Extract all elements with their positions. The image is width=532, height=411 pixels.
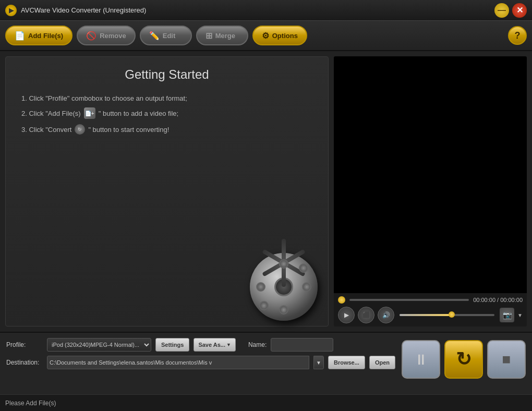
stop-ctrl-button[interactable]: ⬛ bbox=[358, 307, 374, 323]
minimize-button[interactable]: — bbox=[494, 3, 509, 18]
browse-button[interactable]: Browse... bbox=[328, 356, 365, 369]
add-files-button[interactable]: 📄 Add File(s) bbox=[5, 26, 72, 45]
destination-dropdown[interactable]: ▼ bbox=[313, 356, 324, 369]
step-2-prefix: 2. Click "Add File(s) bbox=[21, 110, 81, 117]
volume-fill bbox=[400, 314, 452, 316]
saveas-button[interactable]: Save As... ▼ bbox=[194, 338, 236, 352]
title-bar: ▶ AVCWare Video Converter (Unregistered)… bbox=[0, 0, 532, 21]
volume-slider[interactable] bbox=[400, 314, 494, 316]
control-buttons: ▶ ⬛ 🔊 📷 ▼ bbox=[338, 307, 523, 323]
options-button[interactable]: ⚙ Options bbox=[252, 26, 307, 45]
bottom-panel: Profile: iPod (320x240)MPEG-4 Normal)...… bbox=[0, 332, 532, 394]
app-icon: ▶ bbox=[5, 5, 17, 16]
film-reel-graphic bbox=[250, 253, 318, 321]
stop-icon: ■ bbox=[502, 351, 511, 368]
destination-row: Destination: ▼ Browse... Open bbox=[6, 356, 395, 369]
window-title: AVCWare Video Converter (Unregistered) bbox=[21, 6, 491, 14]
destination-input[interactable] bbox=[47, 356, 309, 369]
settings-left: Profile: iPod (320x240)MPEG-4 Normal)...… bbox=[6, 338, 395, 373]
step-3-prefix: 3. Click "Convert bbox=[21, 126, 71, 134]
name-input[interactable] bbox=[271, 338, 333, 352]
progress-track[interactable] bbox=[349, 299, 469, 301]
step-1: 1. Click "Profile" combobox to choose an… bbox=[21, 94, 312, 102]
profile-select[interactable]: iPod (320x240)MPEG-4 Normal)... bbox=[47, 338, 151, 352]
status-text: Please Add File(s) bbox=[5, 400, 56, 407]
saveas-dropdown-icon[interactable]: ▼ bbox=[226, 342, 231, 347]
close-button[interactable]: ✕ bbox=[512, 3, 527, 18]
toolbar: 📄 Add File(s) 🚫 Remove ✏️ Edit ⊞ Merge ⚙… bbox=[0, 21, 532, 51]
time-display: 00:00:00 / 00:00:00 bbox=[473, 297, 523, 303]
step-2: 2. Click "Add File(s) 📄+ " button to add… bbox=[21, 107, 312, 119]
add-files-step-icon: 📄+ bbox=[84, 107, 95, 119]
video-controls: 00:00:00 / 00:00:00 ▶ ⬛ 🔊 📷 ▼ bbox=[334, 293, 527, 327]
name-label: Name: bbox=[248, 341, 267, 348]
step-3: 3. Click "Convert ↻ " button to start co… bbox=[21, 124, 312, 135]
preview-panel: 00:00:00 / 00:00:00 ▶ ⬛ 🔊 📷 ▼ bbox=[334, 56, 527, 327]
screenshot-button[interactable]: 📷 bbox=[500, 308, 514, 322]
merge-icon: ⊞ bbox=[205, 31, 212, 41]
step-1-text: 1. Click "Profile" combobox to choose an… bbox=[21, 94, 187, 102]
edit-icon: ✏️ bbox=[149, 31, 160, 41]
getting-started-title: Getting Started bbox=[21, 67, 312, 82]
volume-button[interactable]: 🔊 bbox=[378, 307, 394, 323]
profile-row: Profile: iPod (320x240)MPEG-4 Normal)...… bbox=[6, 338, 395, 352]
step-2-suffix: " button to add a video file; bbox=[99, 110, 179, 117]
remove-button[interactable]: 🚫 Remove bbox=[77, 26, 136, 45]
film-reel-decoration bbox=[250, 253, 318, 321]
play-button[interactable]: ▶ bbox=[338, 307, 355, 323]
convert-button[interactable]: ↻ bbox=[444, 340, 483, 379]
options-icon: ⚙ bbox=[262, 31, 269, 41]
remove-icon: 🚫 bbox=[86, 31, 96, 41]
getting-started-panel: Getting Started 1. Click "Profile" combo… bbox=[5, 56, 329, 327]
main-content: Getting Started 1. Click "Profile" combo… bbox=[0, 51, 532, 332]
video-preview bbox=[334, 56, 527, 293]
volume-thumb[interactable] bbox=[449, 311, 455, 318]
screenshot-dropdown[interactable]: ▼ bbox=[517, 312, 523, 318]
pause-icon: ⏸ bbox=[414, 351, 428, 368]
stop-button[interactable]: ■ bbox=[487, 340, 526, 379]
destination-label: Destination: bbox=[6, 359, 43, 366]
merge-button[interactable]: ⊞ Merge bbox=[196, 26, 248, 45]
convert-icon: ↻ bbox=[456, 348, 471, 370]
profile-label: Profile: bbox=[6, 341, 43, 348]
pause-button[interactable]: ⏸ bbox=[402, 340, 440, 379]
progress-bar-container: 00:00:00 / 00:00:00 bbox=[338, 296, 523, 304]
help-button[interactable]: ? bbox=[508, 26, 527, 45]
open-button[interactable]: Open bbox=[369, 356, 395, 369]
add-files-icon: 📄 bbox=[15, 31, 25, 41]
convert-step-icon: ↻ bbox=[75, 124, 85, 135]
status-bar: Please Add File(s) bbox=[0, 394, 532, 411]
progress-thumb[interactable] bbox=[338, 296, 345, 304]
action-buttons: ⏸ ↻ ■ bbox=[402, 338, 526, 379]
step-3-suffix: " button to start converting! bbox=[88, 126, 169, 134]
settings-button[interactable]: Settings bbox=[155, 338, 189, 352]
edit-button[interactable]: ✏️ Edit bbox=[140, 26, 192, 45]
